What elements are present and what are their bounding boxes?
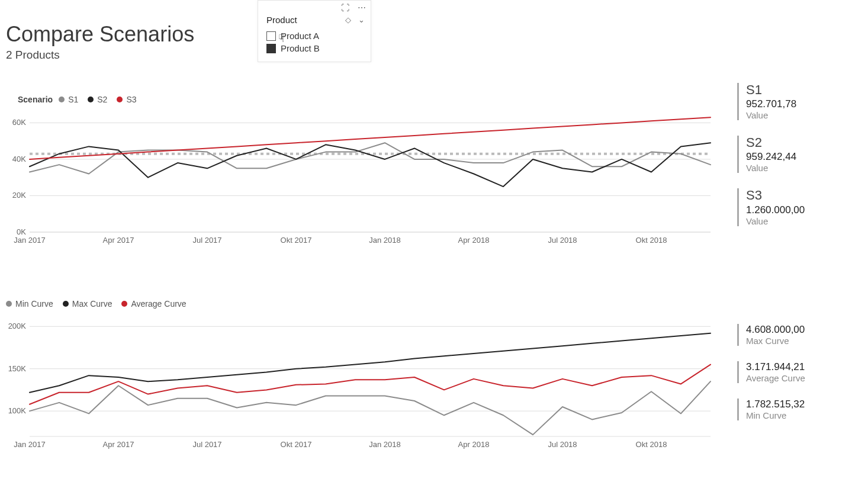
curve-chart: Min Curve Max Curve Average Curve 100K15… xyxy=(6,299,716,465)
svg-text:Okt 2018: Okt 2018 xyxy=(636,440,667,449)
legend-title: Scenario xyxy=(18,95,53,104)
legend-swatch-min xyxy=(6,301,12,307)
svg-text:Apr 2017: Apr 2017 xyxy=(103,440,134,449)
svg-text:Apr 2018: Apr 2018 xyxy=(458,236,490,245)
svg-text:150K: 150K xyxy=(8,364,27,373)
svg-text:Jul 2018: Jul 2018 xyxy=(548,440,577,449)
legend-swatch-s2 xyxy=(88,97,94,102)
slicer-item-label: Product B xyxy=(281,43,320,53)
svg-text:Jan 2017: Jan 2017 xyxy=(14,440,46,449)
svg-text:Okt 2017: Okt 2017 xyxy=(281,236,312,245)
kpi-max: 4.608.000,00 Max Curve xyxy=(737,324,861,346)
more-options-icon[interactable]: ⋯ xyxy=(358,3,366,12)
svg-text:Okt 2018: Okt 2018 xyxy=(636,236,667,245)
dropdown-icon[interactable]: ⌄ xyxy=(358,15,365,24)
svg-text:60K: 60K xyxy=(12,118,26,127)
svg-text:20K: 20K xyxy=(12,191,26,200)
page-subtitle: 2 Products xyxy=(6,49,194,62)
svg-text:Jan 2018: Jan 2018 xyxy=(369,440,401,449)
curve-kpis: 4.608.000,00 Max Curve 3.171.944,21 Aver… xyxy=(737,323,861,436)
focus-mode-icon[interactable]: ⛶ xyxy=(341,3,349,12)
slicer-item-product-b[interactable]: Product B xyxy=(266,42,362,54)
svg-text:Jan 2017: Jan 2017 xyxy=(14,236,46,245)
kpi-s2: S2 959.242,44 Value xyxy=(737,136,861,173)
svg-text:0K: 0K xyxy=(17,227,26,236)
curve-legend: Min Curve Max Curve Average Curve xyxy=(6,299,716,309)
svg-text:Apr 2018: Apr 2018 xyxy=(458,440,490,449)
svg-text:Jul 2018: Jul 2018 xyxy=(548,236,577,245)
legend-swatch-avg xyxy=(121,301,127,307)
slicer-title: Product xyxy=(266,15,297,25)
legend-swatch-s1 xyxy=(59,97,65,102)
legend-swatch-s3 xyxy=(117,97,123,102)
kpi-avg: 3.171.944,21 Average Curve xyxy=(737,361,861,383)
svg-text:Jul 2017: Jul 2017 xyxy=(192,440,221,449)
product-slicer[interactable]: ⛶ ⋯ Product ◇ ⌄ Product A Product B xyxy=(258,0,371,62)
scenario-chart: Scenario S1 S2 S3 0K20K40K60KJan 2017Apr… xyxy=(6,95,716,261)
svg-text:Jul 2017: Jul 2017 xyxy=(192,236,221,245)
scenario-kpis: S1 952.701,78 Value S2 959.242,44 Value … xyxy=(737,83,861,242)
svg-text:40K: 40K xyxy=(12,155,26,163)
svg-text:100K: 100K xyxy=(8,406,27,415)
kpi-s3: S3 1.260.000,00 Value xyxy=(737,188,861,226)
scenario-plot: 0K20K40K60KJan 2017Apr 2017Jul 2017Okt 2… xyxy=(6,108,716,250)
checkbox-icon[interactable] xyxy=(266,44,276,53)
kpi-s1: S1 952.701,78 Value xyxy=(737,83,861,120)
curve-plot: 100K150K200KJan 2017Apr 2017Jul 2017Okt … xyxy=(6,312,716,454)
clear-filter-icon[interactable]: ◇ xyxy=(345,15,351,24)
checkbox-icon[interactable] xyxy=(266,31,276,41)
svg-text:200K: 200K xyxy=(8,322,27,330)
svg-text:Jan 2018: Jan 2018 xyxy=(369,236,401,245)
slicer-item-product-a[interactable]: Product A xyxy=(266,30,362,42)
slicer-item-label: Product A xyxy=(281,31,319,41)
scenario-legend: Scenario S1 S2 S3 xyxy=(18,95,716,104)
kpi-min: 1.782.515,32 Min Curve xyxy=(737,399,861,420)
svg-text:Okt 2017: Okt 2017 xyxy=(281,440,312,449)
page-title: Compare Scenarios xyxy=(6,23,194,46)
svg-text:Apr 2017: Apr 2017 xyxy=(103,236,134,245)
legend-swatch-max xyxy=(63,301,69,307)
